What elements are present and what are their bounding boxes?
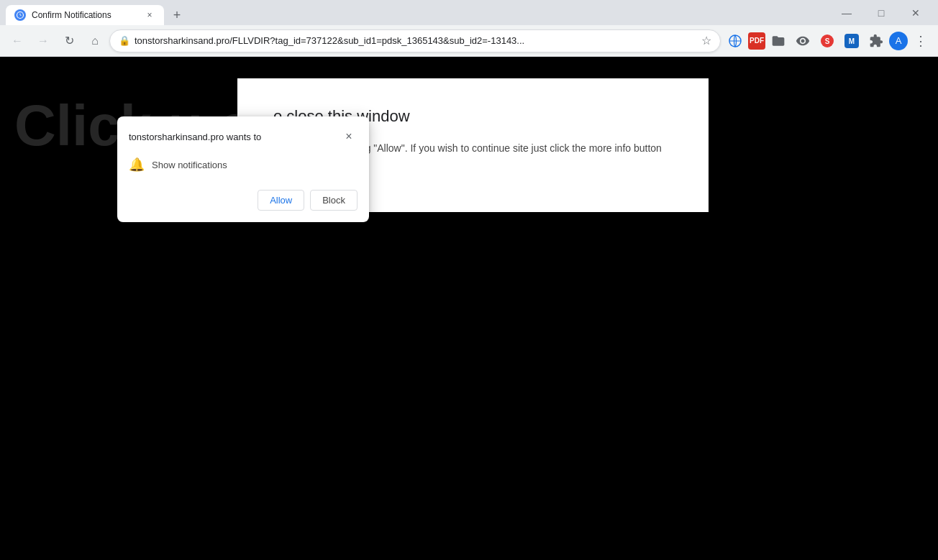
bell-icon: 🔔 <box>129 157 145 173</box>
close-button[interactable]: ✕ <box>899 0 932 25</box>
permission-text: Show notifications <box>152 160 227 170</box>
dialog-header: tonstorsharkinsand.pro wants to × <box>117 116 369 151</box>
url-text: tonstorsharkinsand.pro/FLLVDIR?tag_id=73… <box>135 35 697 46</box>
chrome-menu-icon[interactable]: ⋮ <box>909 29 932 52</box>
address-bar[interactable]: 🔒 tonstorsharkinsand.pro/FLLVDIR?tag_id=… <box>109 29 721 52</box>
home-button[interactable]: ⌂ <box>83 29 106 52</box>
lock-icon: 🔒 <box>119 35 130 46</box>
pdf-extension-icon[interactable]: PDF <box>748 32 765 50</box>
svg-text:S: S <box>825 37 830 45</box>
active-tab[interactable]: Confirm Notifications × <box>6 5 164 25</box>
minimize-button[interactable]: — <box>830 0 863 25</box>
dialog-site-text: tonstorsharkinsand.pro wants to <box>129 132 261 142</box>
maximize-button[interactable]: □ <box>865 0 898 25</box>
bookmark-icon[interactable]: ☆ <box>701 34 711 47</box>
tab-title: Confirm Notifications <box>32 10 138 20</box>
title-bar: Confirm Notifications × + — □ ✕ <box>0 0 938 25</box>
dialog-permission-row: 🔔 Show notifications <box>117 151 369 184</box>
extensions-globe-icon[interactable] <box>724 29 747 52</box>
profile-avatar[interactable]: A <box>889 32 908 50</box>
red-extension-icon[interactable]: S <box>816 29 839 52</box>
tab-close-button[interactable]: × <box>144 9 155 21</box>
toolbar-extensions: PDF S M A ⋮ <box>724 29 932 52</box>
puzzle-extension-icon[interactable] <box>865 29 888 52</box>
tab-favicon <box>14 9 26 21</box>
block-button[interactable]: Block <box>310 190 358 211</box>
folder-icon[interactable] <box>767 29 790 52</box>
toolbar: ← → ↻ ⌂ 🔒 tonstorsharkinsand.pro/FLLVDIR… <box>0 25 938 57</box>
eye-extension-icon[interactable] <box>791 29 814 52</box>
forward-button[interactable]: → <box>32 29 55 52</box>
tab-bar: Confirm Notifications × + <box>6 0 827 25</box>
back-button[interactable]: ← <box>6 29 29 52</box>
svg-text:M: M <box>849 37 855 45</box>
new-tab-button[interactable]: + <box>167 5 187 25</box>
dialog-close-button[interactable]: × <box>340 128 358 145</box>
window-controls: — □ ✕ <box>830 0 932 25</box>
page-area: Click u are not a o close this window be… <box>0 57 938 560</box>
permission-dialog: tonstorsharkinsand.pro wants to × 🔔 Show… <box>117 116 369 222</box>
blue-extension-icon[interactable]: M <box>840 29 863 52</box>
reload-button[interactable]: ↻ <box>58 29 81 52</box>
allow-button[interactable]: Allow <box>258 190 304 211</box>
dialog-buttons: Allow Block <box>117 184 369 222</box>
browser-frame: Confirm Notifications × + — □ ✕ ← → ↻ ⌂ … <box>0 0 938 560</box>
